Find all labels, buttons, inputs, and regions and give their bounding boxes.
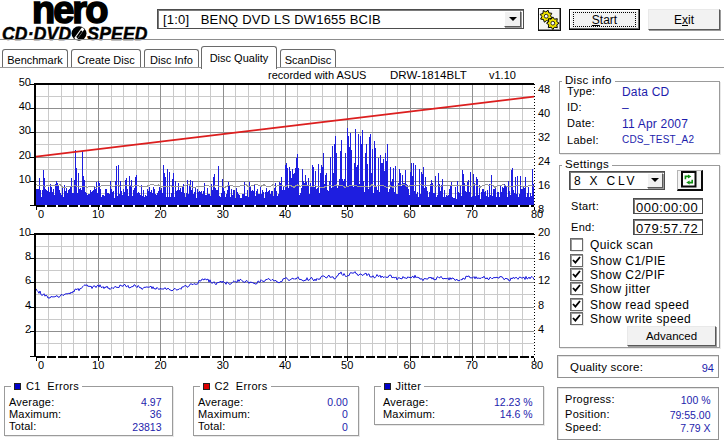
svg-text:20: 20 bbox=[19, 149, 31, 161]
svg-text:20: 20 bbox=[154, 359, 166, 371]
svg-text:8: 8 bbox=[538, 299, 544, 311]
svg-text:0: 0 bbox=[38, 208, 44, 220]
svg-text:32: 32 bbox=[538, 131, 550, 143]
svg-text:30: 30 bbox=[19, 124, 31, 136]
svg-text:40: 40 bbox=[538, 107, 550, 119]
svg-text:8: 8 bbox=[25, 250, 31, 262]
svg-text:12: 12 bbox=[538, 274, 550, 286]
svg-text:20: 20 bbox=[154, 208, 166, 220]
svg-text:70: 70 bbox=[466, 359, 478, 371]
svg-text:16: 16 bbox=[538, 179, 550, 191]
svg-text:6: 6 bbox=[25, 274, 31, 286]
svg-text:10: 10 bbox=[19, 226, 31, 238]
svg-text:4: 4 bbox=[25, 299, 31, 311]
svg-text:70: 70 bbox=[466, 208, 478, 220]
svg-text:24: 24 bbox=[538, 155, 550, 167]
svg-text:50: 50 bbox=[341, 359, 353, 371]
svg-text:10: 10 bbox=[19, 173, 31, 185]
svg-text:10: 10 bbox=[92, 359, 104, 371]
svg-text:48: 48 bbox=[538, 83, 550, 95]
svg-text:30: 30 bbox=[217, 359, 229, 371]
svg-text:50: 50 bbox=[341, 208, 353, 220]
svg-text:50: 50 bbox=[19, 76, 31, 88]
svg-text:60: 60 bbox=[403, 359, 415, 371]
svg-text:2: 2 bbox=[25, 323, 31, 335]
svg-text:20: 20 bbox=[538, 226, 550, 238]
svg-text:40: 40 bbox=[19, 100, 31, 112]
svg-text:16: 16 bbox=[538, 250, 550, 262]
svg-text:4: 4 bbox=[538, 323, 544, 335]
svg-text:80: 80 bbox=[531, 359, 543, 371]
svg-text:40: 40 bbox=[279, 359, 291, 371]
svg-text:40: 40 bbox=[279, 208, 291, 220]
svg-text:60: 60 bbox=[403, 208, 415, 220]
svg-text:80: 80 bbox=[531, 208, 543, 220]
svg-text:10: 10 bbox=[92, 208, 104, 220]
svg-text:0: 0 bbox=[38, 359, 44, 371]
svg-text:30: 30 bbox=[217, 208, 229, 220]
